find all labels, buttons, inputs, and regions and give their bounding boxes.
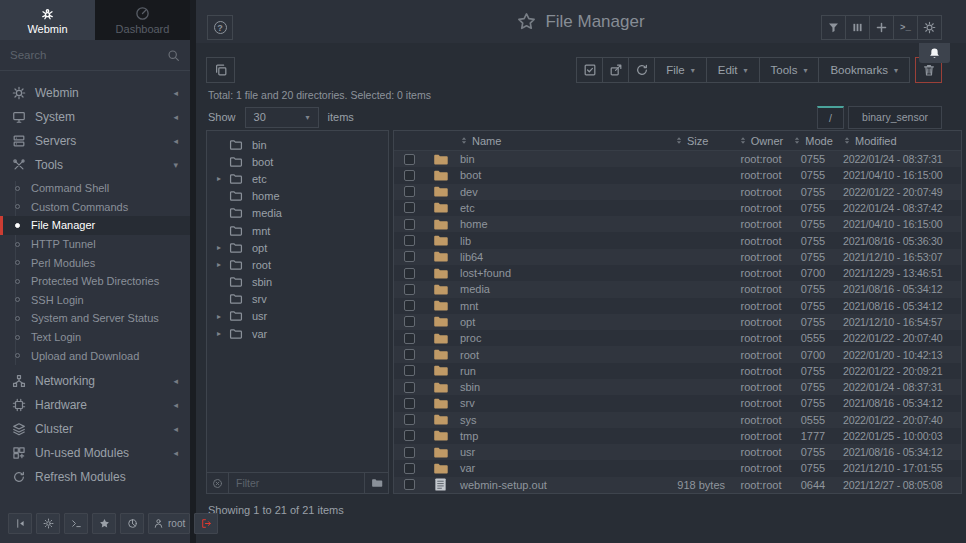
sidebar-subitem[interactable]: SSH Login — [0, 291, 190, 310]
row-checkbox[interactable] — [404, 284, 415, 295]
expand-caret-icon[interactable]: ▸ — [217, 260, 229, 269]
tree-item[interactable]: ▸ boot — [207, 153, 388, 170]
row-checkbox[interactable] — [404, 398, 415, 409]
sidebar-item-tools[interactable]: Tools ▾ — [0, 153, 190, 177]
sidebar-item-cluster[interactable]: Cluster ◂ — [0, 417, 190, 441]
bookmarks-menu-button[interactable]: Bookmarks — [818, 57, 910, 83]
shell-button[interactable] — [64, 513, 88, 534]
table-row[interactable]: lib root:root 0755 2021/08/16 - 05:36:30 — [394, 232, 961, 248]
notifications-tab[interactable] — [919, 43, 950, 63]
table-row[interactable]: bin root:root 0755 2022/01/24 - 08:37:31 — [394, 151, 961, 167]
row-checkbox[interactable] — [404, 463, 415, 474]
tree-item[interactable]: ▸ home — [207, 188, 388, 205]
tools-menu-button[interactable]: Tools — [759, 57, 820, 83]
expand-caret-icon[interactable]: ▸ — [217, 312, 229, 321]
table-row[interactable]: srv root:root 0755 2021/08/16 - 05:34:12 — [394, 395, 961, 411]
row-checkbox[interactable] — [404, 300, 415, 311]
row-checkbox[interactable] — [404, 316, 415, 327]
column-header-modified[interactable]: Modified — [835, 135, 961, 147]
sidebar-item-unused-modules[interactable]: Un-used Modules ◂ — [0, 441, 190, 465]
refresh-button[interactable] — [628, 57, 655, 83]
sidebar-subitem[interactable]: HTTP Tunnel — [0, 235, 190, 254]
select-all-button[interactable] — [576, 57, 603, 83]
tree-item[interactable]: ▸ root — [207, 256, 388, 273]
sidebar-subitem[interactable]: Protected Web Directories — [0, 272, 190, 291]
sidebar-subitem[interactable]: Custom Commands — [0, 198, 190, 217]
sidebar-subitem[interactable]: System and Server Status — [0, 309, 190, 328]
expand-caret-icon[interactable]: ▸ — [217, 243, 229, 252]
table-row[interactable]: root root:root 0700 2022/01/20 - 10:42:1… — [394, 346, 961, 362]
sidebar-item-servers[interactable]: Servers ◂ — [0, 129, 190, 153]
row-checkbox[interactable] — [404, 202, 415, 213]
sidebar-item-webmin[interactable]: Webmin ◂ — [0, 81, 190, 105]
row-checkbox[interactable] — [404, 414, 415, 425]
logout-button[interactable] — [194, 513, 218, 534]
table-row[interactable]: mnt root:root 0755 2021/08/16 - 05:34:12 — [394, 298, 961, 314]
sidebar-subitem[interactable]: File Manager — [0, 216, 190, 235]
breadcrumb-root[interactable]: / — [817, 106, 844, 129]
row-checkbox[interactable] — [404, 349, 415, 360]
row-checkbox[interactable] — [404, 333, 415, 344]
tree-item[interactable]: ▸ sbin — [207, 274, 388, 291]
add-button[interactable] — [869, 15, 894, 40]
table-row[interactable]: var root:root 0755 2021/12/10 - 17:01:55 — [394, 460, 961, 476]
sidebar-subitem[interactable]: Command Shell — [0, 179, 190, 198]
table-row[interactable]: sbin root:root 0755 2022/01/24 - 08:37:3… — [394, 379, 961, 395]
tree-filter-input[interactable] — [229, 477, 364, 489]
table-row[interactable]: run root:root 0755 2022/01/22 - 20:09:21 — [394, 363, 961, 379]
table-row[interactable]: lost+found root:root 0700 2021/12/29 - 1… — [394, 265, 961, 281]
tree-item[interactable]: ▸ var — [207, 325, 388, 342]
tree-item[interactable]: ▸ bin — [207, 136, 388, 153]
column-header-owner[interactable]: Owner — [731, 135, 791, 147]
table-row[interactable]: etc root:root 0755 2022/01/24 - 08:37:42 — [394, 200, 961, 216]
tree-item[interactable]: ▸ etc — [207, 170, 388, 187]
row-checkbox[interactable] — [404, 382, 415, 393]
column-header-size[interactable]: Size — [621, 135, 731, 147]
tree-item[interactable]: ▸ usr — [207, 308, 388, 325]
table-row[interactable]: webmin-setup.out 918 bytes root:root 064… — [394, 477, 961, 493]
tree-item[interactable]: ▸ opt — [207, 239, 388, 256]
row-checkbox[interactable] — [404, 479, 415, 490]
settings-button[interactable] — [917, 15, 942, 40]
tree-item[interactable]: ▸ media — [207, 205, 388, 222]
edit-menu-button[interactable]: Edit — [706, 57, 760, 83]
row-checkbox[interactable] — [404, 447, 415, 458]
tree-item[interactable]: ▸ srv — [207, 291, 388, 308]
row-checkbox[interactable] — [404, 154, 415, 165]
breadcrumb-current[interactable]: binary_sensor — [848, 106, 942, 129]
copy-path-button[interactable] — [206, 57, 235, 83]
user-button[interactable]: root — [148, 513, 190, 534]
tree-item[interactable]: ▸ mnt — [207, 222, 388, 239]
file-menu-button[interactable]: File — [654, 57, 707, 83]
tab-dashboard[interactable]: Dashboard — [95, 0, 190, 40]
row-checkbox[interactable] — [404, 268, 415, 279]
row-checkbox[interactable] — [404, 251, 415, 262]
favorites-button[interactable] — [92, 513, 116, 534]
expand-caret-icon[interactable]: ▸ — [217, 174, 229, 183]
share-button[interactable] — [602, 57, 629, 83]
table-row[interactable]: tmp root:root 1777 2022/01/25 - 10:00:03 — [394, 428, 961, 444]
tab-webmin[interactable]: Webmin — [0, 0, 95, 40]
table-row[interactable]: dev root:root 0755 2022/01/22 - 20:07:49 — [394, 184, 961, 200]
table-row[interactable]: lib64 root:root 0755 2021/12/10 - 16:53:… — [394, 249, 961, 265]
search-input[interactable] — [10, 49, 167, 61]
sidebar-item-networking[interactable]: Networking ◂ — [0, 369, 190, 393]
sidebar-subitem[interactable]: Perl Modules — [0, 253, 190, 272]
filter-button[interactable] — [821, 15, 846, 40]
columns-button[interactable] — [845, 15, 870, 40]
row-checkbox[interactable] — [404, 186, 415, 197]
expand-caret-icon[interactable]: ▸ — [217, 329, 229, 338]
page-size-select[interactable]: 30 — [245, 107, 319, 128]
sidebar-subitem[interactable]: Text Login — [0, 328, 190, 347]
theme-toggle-button[interactable] — [36, 513, 60, 534]
table-row[interactable]: home root:root 0755 2021/04/10 - 16:15:0… — [394, 216, 961, 232]
favorite-star-icon[interactable] — [517, 12, 536, 31]
folder-filter-toggle[interactable] — [364, 473, 388, 493]
table-row[interactable]: media root:root 0755 2021/08/16 - 05:34:… — [394, 281, 961, 297]
table-row[interactable]: proc root:root 0555 2022/01/22 - 20:07:4… — [394, 330, 961, 346]
table-row[interactable]: usr root:root 0755 2021/08/16 - 05:34:12 — [394, 444, 961, 460]
usage-button[interactable] — [120, 513, 144, 534]
table-row[interactable]: sys root:root 0555 2022/01/22 - 20:07:40 — [394, 412, 961, 428]
column-header-mode[interactable]: Mode — [791, 135, 835, 147]
sidebar-item-system[interactable]: System ◂ — [0, 105, 190, 129]
